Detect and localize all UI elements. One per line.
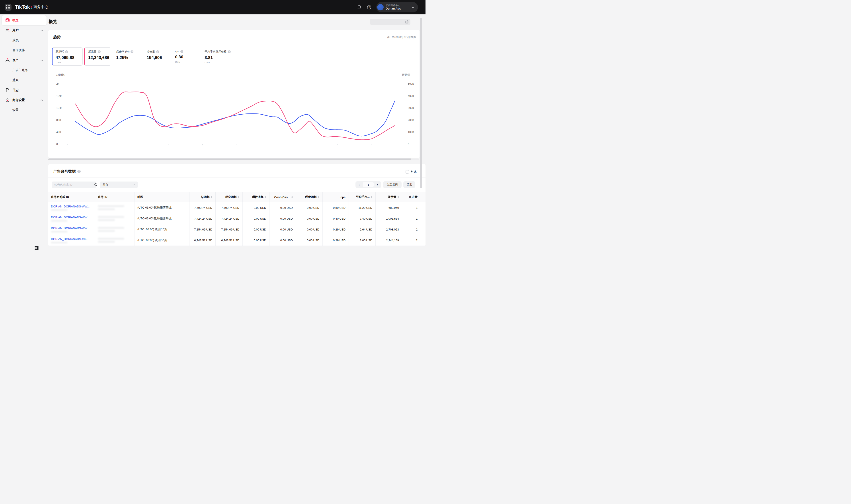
column-header-cash_cost[interactable]: 现金消耗 (216, 192, 243, 202)
sidebar-item-members[interactable]: 成员 (2, 35, 47, 45)
cell-name: DORIAN_DORIANADS-WW... (48, 202, 95, 213)
search-icon (94, 183, 98, 186)
next-page-button[interactable]: › (374, 181, 381, 188)
chevron-up-icon (40, 99, 43, 101)
column-header-clicks_partial: 点击量 (402, 192, 426, 202)
sidebar-item-overview[interactable]: 概览 (2, 15, 47, 25)
table-row: DORIAN_DORIANADS-WW...(UTC+08:00) 澳洲/珀斯7… (48, 224, 426, 235)
account-name-link[interactable]: DORIAN_DORIANADS-CK-... (51, 237, 89, 241)
sidebar-item-partners[interactable]: 合作伙伴 (2, 45, 47, 55)
redacted-text (51, 209, 67, 211)
account-name-link[interactable]: DORIAN_DORIANADS-WW... (51, 227, 90, 230)
cell-timezone: (UTC+08:00) 澳洲/珀斯 (135, 235, 189, 246)
topbar: TikTok 商务中心 ? 您的商务中心 Dorian Ads (0, 0, 426, 14)
cell-grant_cost: 0.00 USD (243, 202, 270, 213)
cell-clicks_partial: 2 (402, 235, 426, 246)
account-name-link[interactable]: DORIAN_DORIANADS-WW... (51, 205, 90, 208)
account-search[interactable] (52, 181, 96, 188)
info-icon: ? (228, 50, 231, 53)
previous-page-button[interactable]: ‹ (356, 181, 363, 188)
sidebar-item-audiences[interactable]: 受众 (2, 75, 47, 85)
metric-cpm[interactable]: 平均千次展示价格? 3.81 USD (204, 48, 231, 64)
account-name-link[interactable]: DORIAN_DORIANADS-WW... (51, 216, 90, 219)
y-tick: 500k (408, 82, 414, 85)
column-header-impressions[interactable]: 展示量 (376, 192, 402, 202)
horizontal-scrollbar (48, 159, 419, 160)
sort-icon[interactable] (318, 195, 319, 199)
cell-total_cost: 7,790.74 USD (189, 202, 216, 213)
y-tick: 800 (56, 119, 61, 122)
compare-checkbox[interactable] (405, 170, 409, 174)
column-header-name: 账号名称或 ID (48, 192, 95, 202)
account-switcher[interactable]: 您的商务中心 Dorian Ads (376, 2, 418, 13)
sort-icon[interactable] (398, 195, 399, 199)
sort-icon[interactable] (371, 195, 372, 199)
y-tick: 2k (56, 82, 59, 85)
y-tick: 0 (56, 143, 58, 146)
table-row: DORIAN_DORIANADS-WW...(UTC-06:00)美洲/墨西哥城… (48, 202, 426, 213)
compare-label: 对比 (411, 170, 417, 174)
sidebar-item-logs[interactable]: 日志 (2, 85, 47, 95)
accounts-title: 广告账号数据? (53, 169, 81, 174)
sort-icon[interactable] (211, 195, 212, 199)
gear-icon (5, 98, 10, 102)
sidebar-item-label: 资产 (13, 58, 19, 62)
metric-impressions[interactable]: 展示量? 12,343,686 (84, 48, 111, 66)
sidebar-item-advertiser-accounts[interactable]: 广告主账号 (2, 65, 47, 75)
apps-grid-icon[interactable] (5, 4, 12, 11)
cell-cost_cas: 0.00 USD (270, 224, 296, 235)
home-icon (5, 18, 10, 22)
account-filter-dropdown[interactable]: 所有 (100, 181, 138, 188)
cell-cost_cas: 0.00 USD (270, 213, 296, 224)
sidebar-item-settings[interactable]: 设置 (2, 105, 47, 115)
sidebar-item-label: 日志 (13, 88, 19, 92)
column-header-timezone: 时区 (135, 192, 189, 202)
cell-total_cost: 6,743.51 USD (189, 235, 216, 246)
compare-toggle[interactable]: 对比 (405, 170, 417, 174)
customize-columns-button[interactable]: 自定义列 (383, 181, 402, 188)
filter-value: 所有 (103, 183, 132, 187)
help-icon[interactable]: ? (366, 5, 372, 10)
search-input[interactable] (52, 183, 94, 186)
export-button[interactable]: 导出 (403, 181, 415, 188)
cell-cash_cost: 6,743.51 USD (216, 235, 243, 246)
cell-cpm: 7.40 USD (349, 213, 376, 224)
collapse-sidebar-icon[interactable] (34, 246, 39, 250)
chevron-up-icon (40, 59, 43, 61)
info-icon: ? (65, 50, 68, 53)
y-tick: 300k (408, 106, 414, 109)
column-header-cost_cas[interactable]: Cost (Cas... (270, 192, 296, 202)
cell-impressions: 1,003,684 (376, 213, 402, 224)
column-header-total_cost[interactable]: 总消耗 (189, 192, 216, 202)
sort-icon[interactable] (238, 195, 239, 199)
cell-total_cost: 7,424.24 USD (189, 213, 216, 224)
sort-icon[interactable] (291, 195, 293, 199)
horizontal-scrollbar-thumb[interactable] (48, 159, 411, 160)
metric-ctr[interactable]: 点击率 (%)? 1.25% (116, 48, 133, 60)
page-title: 概览 (49, 19, 57, 24)
avatar (377, 4, 384, 11)
page-number: 1 (363, 182, 374, 187)
y-tick: 400k (408, 94, 414, 97)
sort-icon[interactable] (265, 195, 266, 199)
bell-icon[interactable] (357, 5, 362, 10)
trend-line-chart (67, 84, 405, 147)
column-header-tax_cost[interactable]: 税费消耗 (296, 192, 323, 202)
cell-impressions: 2,244,169 (376, 235, 402, 246)
timezone-label: (UTC+08:00) 亚洲/香港 (387, 35, 416, 39)
org-chart-icon (5, 58, 10, 62)
brand-product-label: 商务中心 (34, 5, 49, 10)
column-header-cpm[interactable]: 平均千次... (349, 192, 376, 202)
metric-total-cost[interactable]: 总消耗? 47,065.88 USD (52, 48, 83, 66)
metric-cpc[interactable]: cpc? 0.30 USD (175, 48, 183, 63)
metric-clicks[interactable]: 点击量? 154,606 (147, 48, 162, 60)
vertical-scrollbar-thumb[interactable] (420, 18, 422, 188)
y-tick: 200k (408, 119, 414, 122)
sidebar-item-assets[interactable]: 资产 (2, 55, 47, 65)
sidebar-item-business-settings[interactable]: 商务设置 (2, 95, 47, 105)
sidebar-item-users[interactable]: 用户 (2, 25, 47, 35)
date-range-picker[interactable] (370, 19, 411, 25)
column-header-grant_cost[interactable]: 赠款消耗 (243, 192, 270, 202)
redacted-text (51, 220, 67, 222)
y-tick: 1.2k (56, 106, 61, 109)
